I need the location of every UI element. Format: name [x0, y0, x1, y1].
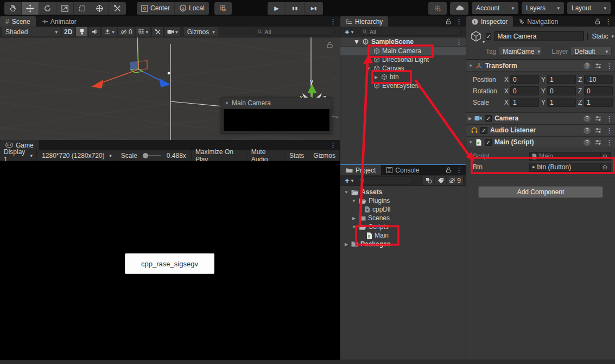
- scene-menu-icon[interactable]: ⋮: [329, 18, 337, 25]
- camera-preview-header[interactable]: ▼ Main Camera: [221, 98, 332, 108]
- tab-hierarchy[interactable]: Hierarchy: [340, 16, 388, 27]
- move-tool-button[interactable]: [22, 2, 39, 15]
- scene-search-input[interactable]: [264, 29, 332, 35]
- grid-snap-button[interactable]: [214, 2, 232, 15]
- presets-icon[interactable]: [595, 63, 601, 69]
- inspector-menu-icon[interactable]: ⋮: [605, 18, 612, 25]
- custom-tools-button[interactable]: [109, 2, 126, 15]
- game-menu-icon[interactable]: ⋮: [329, 142, 337, 149]
- audio-enabled-checkbox[interactable]: ✓: [480, 127, 487, 134]
- scale-y-field[interactable]: [547, 98, 576, 107]
- component-menu-icon[interactable]: ⋮: [606, 62, 613, 69]
- hierarchy-search-input[interactable]: [370, 29, 458, 35]
- play-button[interactable]: ▶: [268, 2, 286, 15]
- lock-icon[interactable]: [446, 18, 451, 24]
- grid-visibility-toggle[interactable]: ▾: [136, 27, 151, 36]
- caret-expanded-icon[interactable]: ▼: [366, 66, 371, 71]
- effects-toggle[interactable]: ▾: [102, 27, 117, 36]
- search-by-label-button[interactable]: [435, 176, 447, 185]
- pause-button[interactable]: ▮▮: [286, 2, 305, 15]
- help-icon[interactable]: ?: [584, 62, 591, 69]
- caret-expanded-icon[interactable]: ▼: [351, 199, 357, 203]
- game-gizmos-dropdown[interactable]: Gizmos: [309, 150, 340, 161]
- hierarchy-item-eventsystem[interactable]: EventSystem: [340, 81, 466, 90]
- scene-search[interactable]: [254, 28, 335, 36]
- 2d-toggle[interactable]: 2D: [62, 27, 75, 36]
- presets-icon[interactable]: [595, 139, 601, 145]
- caret-expanded-icon[interactable]: ▼: [353, 38, 360, 46]
- add-component-button[interactable]: Add Component: [478, 186, 603, 198]
- display-dropdown[interactable]: Display 1 ▾: [0, 150, 37, 161]
- hierarchy-item-main-camera[interactable]: Main Camera: [340, 47, 466, 55]
- tab-scene[interactable]: # Scene: [0, 16, 36, 27]
- btn-object-field[interactable]: ● btn (Button) ⊙: [529, 163, 611, 172]
- component-menu-icon[interactable]: ⋮: [606, 115, 613, 122]
- lock-icon[interactable]: [595, 18, 600, 24]
- scene-row-menu-icon[interactable]: ⋮: [455, 39, 462, 46]
- hierarchy-item-directional-light[interactable]: Directional Light: [340, 55, 466, 64]
- step-button[interactable]: ▶▮: [305, 2, 323, 15]
- space-mode-button[interactable]: Local: [175, 2, 209, 15]
- audio-toggle[interactable]: [89, 27, 101, 36]
- caret-right-icon[interactable]: ▶: [351, 216, 357, 221]
- help-icon[interactable]: ?: [584, 115, 591, 122]
- gizmos-dropdown[interactable]: Gizmos ▾: [184, 27, 218, 36]
- scene-camera-settings[interactable]: ▾: [165, 27, 181, 36]
- audio-listener-component-header[interactable]: ✓ Audio Listener ? ⋮: [466, 124, 615, 136]
- rotation-x-field[interactable]: [510, 86, 539, 95]
- hierarchy-create-button[interactable]: + ▾: [343, 27, 356, 36]
- hidden-packages-button[interactable]: 9: [447, 176, 464, 185]
- scale-x-field[interactable]: [510, 98, 539, 107]
- lighting-toggle[interactable]: [76, 27, 88, 36]
- gameobject-icon-button[interactable]: ▾: [470, 30, 483, 43]
- account-dropdown[interactable]: Account ▾: [472, 2, 518, 14]
- help-icon[interactable]: ?: [584, 139, 591, 146]
- scene-tools-button[interactable]: [152, 27, 164, 36]
- project-item-scenes[interactable]: ▶ Scenes: [340, 214, 466, 222]
- hierarchy-item-btn[interactable]: ▶ btn: [340, 73, 466, 81]
- project-create-button[interactable]: + ▾: [343, 176, 356, 185]
- component-menu-icon[interactable]: ⋮: [606, 139, 613, 146]
- position-z-field[interactable]: [584, 75, 613, 84]
- maximize-on-play-toggle[interactable]: Maximize On Play: [191, 150, 246, 161]
- mute-audio-toggle[interactable]: Mute Audio: [248, 150, 284, 161]
- scale-z-field[interactable]: [584, 98, 613, 107]
- game-ui-button[interactable]: cpp_rase_sigsegv: [125, 253, 214, 274]
- position-x-field[interactable]: [510, 75, 539, 84]
- caret-right-icon[interactable]: ▶: [468, 116, 472, 121]
- cloud-button[interactable]: [450, 2, 468, 15]
- tab-animator[interactable]: Animator: [36, 16, 82, 27]
- script-enabled-checkbox[interactable]: ✓: [485, 139, 492, 146]
- layer-dropdown[interactable]: Default ▾: [570, 47, 612, 56]
- lock-icon[interactable]: [446, 167, 451, 173]
- caret-expanded-icon[interactable]: ▼: [468, 63, 473, 68]
- hierarchy-search[interactable]: [359, 28, 461, 36]
- caret-expanded-icon[interactable]: ▼: [344, 190, 349, 195]
- project-menu-icon[interactable]: ⋮: [455, 167, 462, 174]
- camera-component-header[interactable]: ▶ ✓ Camera ? ⋮: [466, 112, 615, 124]
- resolution-dropdown[interactable]: 1280*720 (1280x720) ▾: [38, 150, 116, 161]
- help-icon[interactable]: ?: [584, 127, 591, 134]
- project-item-plugins[interactable]: ▼ Plugins: [340, 196, 466, 205]
- transform-component-header[interactable]: ▼ Transform ? ⋮: [466, 60, 615, 72]
- tab-navigation[interactable]: Navigation: [513, 16, 563, 27]
- presets-icon[interactable]: [595, 116, 601, 122]
- tag-dropdown[interactable]: MainCame ▾: [499, 47, 541, 56]
- pivot-mode-button[interactable]: Center: [137, 2, 175, 15]
- project-search-input[interactable]: [367, 177, 409, 184]
- object-picker-icon[interactable]: ⊙: [600, 164, 609, 171]
- collab-button[interactable]: [428, 2, 447, 15]
- hierarchy-menu-icon[interactable]: ⋮: [455, 18, 462, 25]
- project-item-cppdll[interactable]: cppDll: [340, 205, 466, 214]
- object-name-field[interactable]: [494, 31, 584, 41]
- scale-slider-knob[interactable]: [143, 153, 148, 158]
- presets-icon[interactable]: [595, 127, 601, 133]
- stats-toggle[interactable]: Stats: [286, 150, 308, 161]
- project-item-assets[interactable]: ▼ Assets: [340, 188, 466, 196]
- scale-tool-button[interactable]: [56, 2, 74, 15]
- caret-expanded-icon[interactable]: ▼: [351, 225, 357, 229]
- static-checkbox[interactable]: [587, 33, 588, 40]
- tab-inspector[interactable]: i Inspector: [466, 16, 513, 27]
- rotation-z-field[interactable]: [584, 86, 613, 95]
- main-script-component-header[interactable]: ▼ # ✓ Main (Script) ? ⋮: [466, 136, 615, 148]
